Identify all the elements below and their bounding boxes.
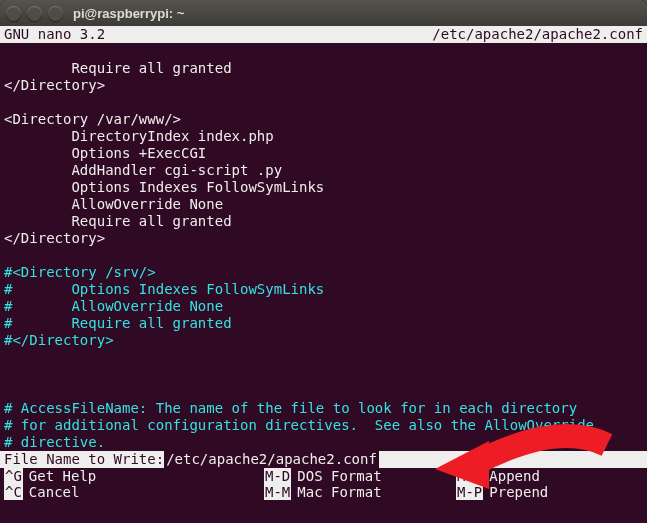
- shortcut-prepend[interactable]: M-PPrepend: [456, 484, 643, 500]
- save-prompt[interactable]: File Name to Write: /etc/apache2/apache2…: [0, 451, 647, 468]
- shortcut-append[interactable]: M-AAppend: [456, 468, 643, 484]
- window-title: pi@raspberrypi: ~: [73, 6, 184, 21]
- nano-filepath: /etc/apache2/apache2.conf: [432, 26, 643, 43]
- shortcut-key: M-P: [456, 484, 483, 500]
- editor-line: </Directory>: [4, 230, 105, 246]
- minimize-icon[interactable]: [27, 6, 42, 21]
- shortcut-key: M-M: [264, 484, 291, 500]
- nano-version: GNU nano 3.2: [4, 26, 105, 43]
- shortcut-row: ^GGet Help M-DDOS Format M-AAppend: [0, 468, 647, 484]
- editor-line: # AccessFileName: The name of the file t…: [4, 400, 577, 416]
- shortcut-dos-format[interactable]: M-DDOS Format: [264, 468, 456, 484]
- terminal-window: pi@raspberrypi: ~ GNU nano 3.2 /etc/apac…: [0, 0, 647, 523]
- editor-line: Require all granted: [4, 60, 232, 76]
- filename-input[interactable]: /etc/apache2/apache2.conf: [164, 451, 379, 468]
- editor-line: # directive.: [4, 434, 105, 450]
- shortcut-cancel[interactable]: ^CCancel: [4, 484, 264, 500]
- shortcut-label: Append: [489, 468, 540, 484]
- editor-line: AllowOverride None: [4, 196, 223, 212]
- editor-line: Options +ExecCGI: [4, 145, 206, 161]
- nano-header: GNU nano 3.2 /etc/apache2/apache2.conf: [0, 26, 647, 43]
- maximize-icon[interactable]: [48, 6, 63, 21]
- shortcut-key: M-D: [264, 468, 291, 484]
- shortcut-key: ^G: [4, 468, 23, 484]
- editor-line: AddHandler cgi-script .py: [4, 162, 282, 178]
- editor-line: #<Directory /srv/>: [4, 264, 156, 280]
- editor-line: </Directory>: [4, 77, 105, 93]
- editor-line: <Directory /var/www/>: [4, 111, 181, 127]
- editor-line: #</Directory>: [4, 332, 114, 348]
- editor-line: # Require all granted: [4, 315, 232, 331]
- shortcut-row: ^CCancel M-MMac Format M-PPrepend: [0, 484, 647, 500]
- editor-line: Require all granted: [4, 213, 232, 229]
- shortcut-label: Cancel: [29, 484, 80, 500]
- editor-line: # Options Indexes FollowSymLinks: [4, 281, 324, 297]
- editor-line: DirectoryIndex index.php: [4, 128, 274, 144]
- prompt-label: File Name to Write:: [4, 451, 164, 468]
- shortcut-key: ^C: [4, 484, 23, 500]
- shortcut-mac-format[interactable]: M-MMac Format: [264, 484, 456, 500]
- editor-line: Options Indexes FollowSymLinks: [4, 179, 324, 195]
- shortcut-label: Prepend: [489, 484, 548, 500]
- editor-line: # AllowOverride None: [4, 298, 223, 314]
- shortcut-get-help[interactable]: ^GGet Help: [4, 468, 264, 484]
- shortcut-label: Get Help: [29, 468, 96, 484]
- editor-area[interactable]: Require all granted </Directory> <Direct…: [0, 43, 647, 451]
- window-titlebar: pi@raspberrypi: ~: [0, 0, 647, 26]
- shortcut-label: Mac Format: [297, 484, 381, 500]
- shortcut-key: M-A: [456, 468, 483, 484]
- close-icon[interactable]: [6, 6, 21, 21]
- editor-line: # for additional configuration directive…: [4, 417, 594, 433]
- shortcut-label: DOS Format: [297, 468, 381, 484]
